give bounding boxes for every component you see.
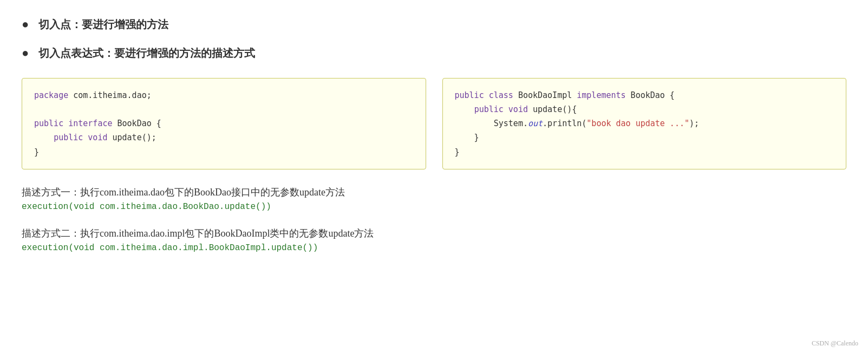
code-right-content: public class BookDaoImpl implements Book… (455, 88, 834, 159)
code-panels: package com.itheima.dao; public interfac… (22, 78, 846, 169)
desc-label-2: 描述方式二：执行com.itheima.dao.impl包下的BookDaoIm… (22, 227, 846, 240)
bullet-item-1: ● 切入点：要进行增强的方法 (22, 16, 846, 33)
description-section-2: 描述方式二：执行com.itheima.dao.impl包下的BookDaoIm… (22, 227, 846, 253)
description-section-1: 描述方式一：执行com.itheima.dao包下的BookDao接口中的无参数… (22, 186, 846, 212)
bullet-text-2: 切入点表达式：要进行增强的方法的描述方式 (38, 45, 255, 61)
desc-code-1: execution(void com.itheima.dao.BookDao.u… (22, 202, 846, 212)
bullet-dot-1: ● (22, 16, 29, 33)
bullet-dot-2: ● (22, 45, 29, 62)
bullet-text-1: 切入点：要进行增强的方法 (38, 16, 168, 32)
bullet-list: ● 切入点：要进行增强的方法 ● 切入点表达式：要进行增强的方法的描述方式 (22, 16, 846, 62)
code-box-right: public class BookDaoImpl implements Book… (442, 78, 847, 169)
code-left-content: package com.itheima.dao; public interfac… (34, 88, 414, 159)
description-sections: 描述方式一：执行com.itheima.dao包下的BookDao接口中的无参数… (22, 186, 846, 253)
code-box-left: package com.itheima.dao; public interfac… (22, 78, 426, 169)
desc-code-2: execution(void com.itheima.dao.impl.Book… (22, 243, 846, 253)
desc-label-1: 描述方式一：执行com.itheima.dao包下的BookDao接口中的无参数… (22, 186, 846, 199)
bullet-item-2: ● 切入点表达式：要进行增强的方法的描述方式 (22, 45, 846, 62)
